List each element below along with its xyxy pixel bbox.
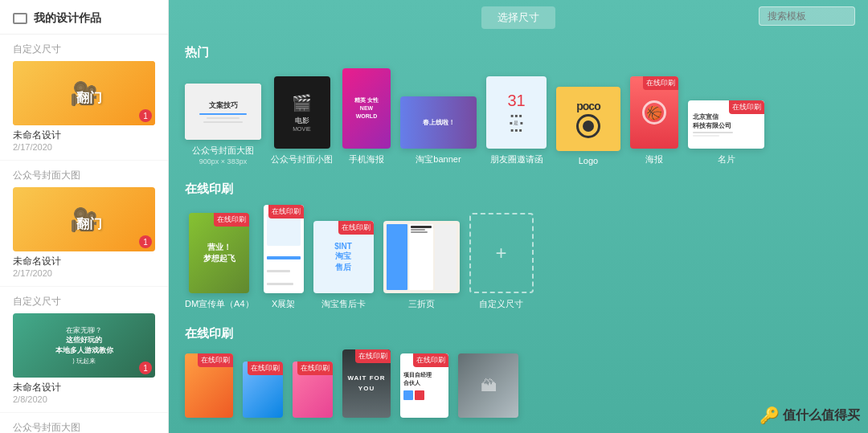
card-dm[interactable]: 在线印刷 营业！梦想起飞 DM宣传单（A4） xyxy=(185,213,254,310)
size-select-button[interactable]: 选择尺寸 xyxy=(481,6,555,29)
design-thumb-1[interactable]: 🎥 翻门 1 xyxy=(13,61,155,125)
card-after-sale[interactable]: 在线印刷 $INT淘宝售后 淘宝售后卡 xyxy=(313,221,374,310)
card-online-1[interactable]: 在线印刷 xyxy=(185,353,233,418)
card-sublabel-gzh-large: 900px × 383px xyxy=(199,157,247,165)
card-label-custom: 自定义尺寸 xyxy=(479,298,523,310)
card-label-taobao: 淘宝banner xyxy=(416,153,461,165)
print-section-title: 在线印刷 xyxy=(185,182,852,197)
sidebar-item-1[interactable]: 自定义尺寸 🎥 翻门 1 未命名设计 2/17/2020 xyxy=(0,35,168,161)
card-label-xbanner: X展架 xyxy=(272,298,295,310)
card-label-mobile-poster: 手机海报 xyxy=(349,153,384,165)
card-taobao-banner[interactable]: 春上线啦！ 淘宝banner xyxy=(400,96,477,165)
card-online-3[interactable]: 在线印刷 xyxy=(293,362,333,418)
design-thumb-2[interactable]: 🎥 翻门 1 xyxy=(13,187,155,251)
card-label-aftersale: 淘宝售后卡 xyxy=(321,298,366,310)
card-label-logo: Logo xyxy=(579,156,598,165)
thumb-text-3: 在家无聊？这些好玩的本地多人游戏教你⟩ 玩起来 xyxy=(52,322,117,369)
sidebar-section-label-3: 自定义尺寸 xyxy=(13,295,155,308)
top-bar: 选择尺寸 xyxy=(169,0,868,35)
online-badge-dm: 在线印刷 xyxy=(214,213,249,227)
custom-size-box[interactable]: + xyxy=(469,213,534,293)
card-label-trifold: 三折页 xyxy=(408,298,435,310)
card-business-card[interactable]: 在线印刷 北京宣信科技有限公司 名片 xyxy=(688,100,764,165)
sidebar-title: 我的设计作品 xyxy=(34,11,101,26)
card-label-invite: 朋友圈邀请函 xyxy=(490,153,543,165)
sidebar-section-label-2: 公众号封面大图 xyxy=(13,169,155,182)
design-name-2: 未命名设计 xyxy=(13,255,155,268)
online-badge-xbanner: 在线印刷 xyxy=(268,205,304,219)
sidebar-section-label-1: 自定义尺寸 xyxy=(13,43,155,56)
online-section-title: 在线印刷 xyxy=(185,326,852,341)
sidebar-item-4[interactable]: 公众号封面大图 在家无聊？这些好玩的本地多人游戏教你⟩ 玩起来 1 未命名设计 … xyxy=(0,413,168,433)
card-logo[interactable]: poco Logo xyxy=(556,87,620,165)
card-label-dm: DM宣传单（A4） xyxy=(185,298,254,310)
main-area: 选择尺寸 热门 文案技巧 公众号封面大图 900px × 383px xyxy=(169,0,868,433)
design-name-3: 未命名设计 xyxy=(13,381,155,394)
card-invite[interactable]: 31 ■ ■ ■■ 是 ■■ ■ ■ 朋友圈邀请函 xyxy=(486,76,547,165)
badge-2: 1 xyxy=(139,235,152,248)
design-date-2: 2/17/2020 xyxy=(13,268,155,278)
card-mobile-poster[interactable]: 精英 女性NEWWORLD 手机海报 xyxy=(342,68,391,165)
watermark: 🔑 值什么值得买 xyxy=(760,406,860,425)
online-badge-aftersale: 在线印刷 xyxy=(338,221,374,235)
online-cards-row: 在线印刷 在线印刷 在线印刷 在线印刷 WAIT FOR Y xyxy=(185,349,852,424)
online-badge-2: 在线印刷 xyxy=(248,362,283,375)
thumb-label-2: 翻门 xyxy=(76,216,102,233)
sidebar-item-3[interactable]: 自定义尺寸 在家无聊？这些好玩的本地多人游戏教你⟩ 玩起来 1 未命名设计 2/… xyxy=(0,287,168,413)
design-date-3: 2/8/2020 xyxy=(13,394,155,404)
online-badge-wait: 在线印刷 xyxy=(355,349,391,363)
card-gzh-small[interactable]: 🎬 电影 MOVIE 公众号封面小图 xyxy=(271,76,333,165)
card-poster[interactable]: 在线印刷 🏀 海报 xyxy=(630,76,678,165)
badge-1: 1 xyxy=(139,109,152,122)
card-label-gzh-large: 公众号封面大图 xyxy=(192,145,254,157)
sidebar-header: 我的设计作品 xyxy=(0,0,168,35)
card-wait-for-you[interactable]: 在线印刷 WAIT FOR YOU xyxy=(342,349,391,418)
card-online-2[interactable]: 在线印刷 xyxy=(243,362,283,418)
card-label-gzh-small: 公众号封面小图 xyxy=(271,153,333,165)
badge-3: 1 xyxy=(139,362,152,374)
design-date-1: 2/17/2020 xyxy=(13,142,155,152)
card-label-poster: 海报 xyxy=(645,153,663,165)
online-badge-business: 在线印刷 xyxy=(729,100,764,114)
search-input[interactable] xyxy=(759,6,855,26)
card-custom-size[interactable]: + 自定义尺寸 xyxy=(469,213,534,310)
online-badge-3: 在线印刷 xyxy=(297,362,333,375)
online-badge-project: 在线印刷 xyxy=(413,353,448,367)
sidebar-section-label-4: 公众号封面大图 xyxy=(13,421,155,433)
wait-for-you-text: WAIT FOR YOU xyxy=(346,374,387,394)
thumb-label-1: 翻门 xyxy=(76,90,102,107)
online-badge-poster: 在线印刷 xyxy=(643,76,678,90)
sidebar-item-2[interactable]: 公众号封面大图 🎥 翻门 1 未命名设计 2/17/2020 xyxy=(0,161,168,287)
design-thumb-3[interactable]: 在家无聊？这些好玩的本地多人游戏教你⟩ 玩起来 1 xyxy=(13,313,155,378)
hot-section-title: 热门 xyxy=(185,45,852,60)
content-scroll[interactable]: 热门 文案技巧 公众号封面大图 900px × 383px xyxy=(169,35,868,433)
card-x-banner[interactable]: 在线印刷 X展架 xyxy=(264,205,304,310)
watermark-text: 值什么值得买 xyxy=(783,407,860,424)
design-name-1: 未命名设计 xyxy=(13,129,155,142)
sidebar: 我的设计作品 自定义尺寸 🎥 翻门 1 未命名设计 2/17/2020 公众号封… xyxy=(0,0,169,433)
plus-icon: + xyxy=(496,242,507,264)
envelope-icon xyxy=(13,13,27,24)
card-label-business: 名片 xyxy=(718,153,735,165)
hot-cards-row: 文案技巧 公众号封面大图 900px × 383px 🎬 电影 MOVIE xyxy=(185,68,852,172)
card-photo[interactable]: 🏔 xyxy=(458,353,518,418)
card-project[interactable]: 在线印刷 项目自经理合伙人 xyxy=(400,353,448,418)
card-trifold[interactable]: 三折页 xyxy=(383,221,460,310)
card-gzh-large[interactable]: 文案技巧 公众号封面大图 900px × 383px xyxy=(185,84,261,165)
online-badge-1: 在线印刷 xyxy=(198,353,233,367)
print-cards-row: 在线印刷 营业！梦想起飞 DM宣传单（A4） 在线印刷 xyxy=(185,205,852,317)
